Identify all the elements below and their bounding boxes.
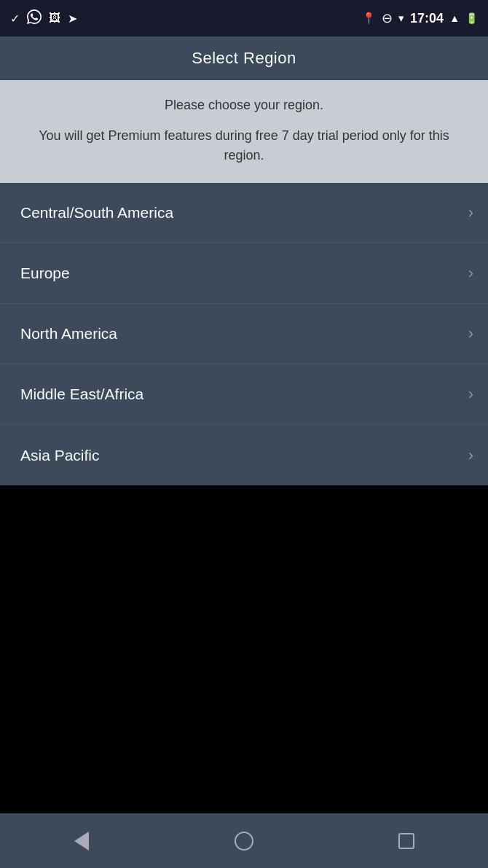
location-icon: 📍 xyxy=(362,12,376,25)
signal-icon: ▲ xyxy=(449,12,460,24)
recent-icon xyxy=(398,833,414,849)
description-area: Please choose your region. You will get … xyxy=(0,80,488,183)
chevron-icon-central-south-america: › xyxy=(468,203,473,222)
wifi-icon: ▾ xyxy=(398,12,404,25)
page-title: Select Region xyxy=(192,49,296,68)
back-icon xyxy=(74,832,89,851)
whatsapp-icon xyxy=(27,9,42,27)
status-time: 17:04 xyxy=(410,11,444,26)
region-item-north-america[interactable]: North America› xyxy=(0,304,488,364)
navigation-bar xyxy=(0,813,488,868)
chevron-icon-north-america: › xyxy=(468,324,473,343)
home-button[interactable] xyxy=(222,819,266,863)
region-item-middle-east-africa[interactable]: Middle East/Africa› xyxy=(0,364,488,425)
status-bar-left: ✓ 🖼 ➤ xyxy=(10,9,77,27)
region-label-europe: Europe xyxy=(20,265,70,282)
black-fill-area xyxy=(0,485,488,834)
home-icon xyxy=(235,832,253,851)
region-item-central-south-america[interactable]: Central/South America› xyxy=(0,183,488,243)
chevron-icon-middle-east-africa: › xyxy=(468,385,473,404)
chevron-icon-europe: › xyxy=(468,264,473,283)
back-button[interactable] xyxy=(60,819,103,863)
header: Select Region xyxy=(0,36,488,80)
gallery-icon: 🖼 xyxy=(49,12,60,25)
battery-icon: 🔋 xyxy=(465,12,478,24)
region-label-central-south-america: Central/South America xyxy=(20,204,173,222)
region-label-middle-east-africa: Middle East/Africa xyxy=(20,386,143,403)
check-icon: ✓ xyxy=(10,12,20,26)
chevron-icon-asia-pacific: › xyxy=(468,446,473,465)
region-item-asia-pacific[interactable]: Asia Pacific› xyxy=(0,425,488,485)
status-bar: ✓ 🖼 ➤ 📍 ⊖ ▾ 17:04 ▲ 🔋 xyxy=(0,0,488,36)
description-line1: Please choose your region. xyxy=(22,98,466,113)
description-line2: You will get Premium features during fre… xyxy=(22,126,466,165)
minus-icon: ⊖ xyxy=(382,10,393,26)
region-list: Central/South America›Europe›North Ameri… xyxy=(0,183,488,485)
region-item-europe[interactable]: Europe› xyxy=(0,243,488,304)
region-label-asia-pacific: Asia Pacific xyxy=(20,447,100,464)
region-label-north-america: North America xyxy=(20,325,117,343)
arrow-icon: ➤ xyxy=(68,12,77,26)
recent-apps-button[interactable] xyxy=(385,819,428,863)
status-bar-right: 📍 ⊖ ▾ 17:04 ▲ 🔋 xyxy=(362,10,478,26)
